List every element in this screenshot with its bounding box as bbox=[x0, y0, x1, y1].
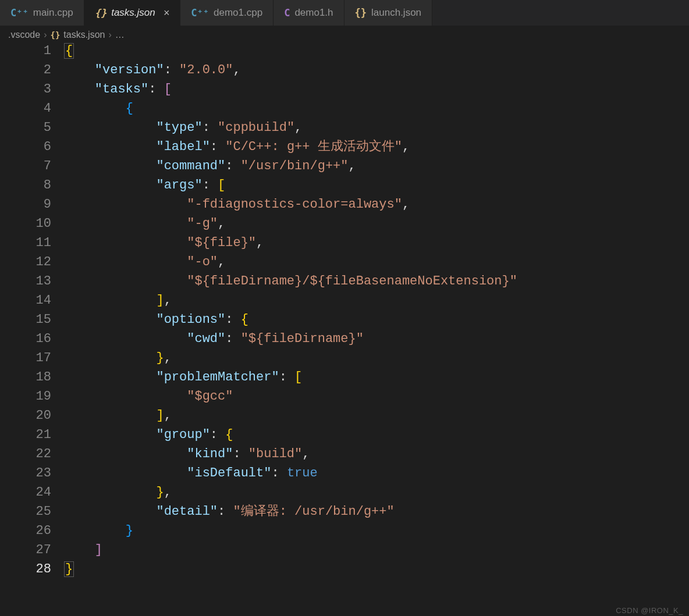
breadcrumb[interactable]: .vscode › {} tasks.json › … bbox=[0, 26, 689, 41]
cpp-icon: C⁺⁺ bbox=[191, 7, 209, 19]
code-editor[interactable]: 1234567891011121314151617181920212223242… bbox=[0, 41, 689, 579]
chevron-right-icon: › bbox=[108, 30, 111, 40]
braces-icon: {} bbox=[355, 7, 367, 19]
tab-main-cpp[interactable]: C⁺⁺ main.cpp bbox=[0, 0, 84, 26]
cpp-icon: C⁺⁺ bbox=[10, 7, 29, 19]
chevron-right-icon: › bbox=[44, 30, 47, 40]
breadcrumb-seg[interactable]: tasks.json bbox=[63, 30, 105, 40]
tab-label: tasks.json bbox=[111, 7, 155, 19]
braces-icon: {} bbox=[50, 30, 60, 40]
tab-label: demo1.cpp bbox=[214, 7, 262, 19]
watermark: CSDN @IRON_K_ bbox=[616, 606, 683, 615]
tab-label: demo1.h bbox=[294, 7, 333, 19]
breadcrumb-seg[interactable]: … bbox=[115, 30, 125, 40]
tab-bar: C⁺⁺ main.cpp {} tasks.json × C⁺⁺ demo1.c… bbox=[0, 0, 689, 26]
tab-demo1-h[interactable]: C demo1.h bbox=[274, 0, 344, 26]
c-header-icon: C bbox=[284, 7, 290, 19]
tab-demo1-cpp[interactable]: C⁺⁺ demo1.cpp bbox=[180, 0, 274, 26]
code-content[interactable]: { "version": "2.0.0", "tasks": [ { "type… bbox=[64, 41, 689, 579]
braces-icon: {} bbox=[95, 7, 106, 19]
tab-tasks-json[interactable]: {} tasks.json × bbox=[84, 0, 181, 26]
line-gutter: 1234567891011121314151617181920212223242… bbox=[0, 41, 64, 579]
tab-label: main.cpp bbox=[33, 7, 73, 19]
tab-launch-json[interactable]: {} launch.json bbox=[344, 0, 433, 26]
breadcrumb-seg[interactable]: .vscode bbox=[8, 30, 40, 40]
close-icon[interactable]: × bbox=[164, 7, 170, 19]
tab-label: launch.json bbox=[371, 7, 421, 19]
